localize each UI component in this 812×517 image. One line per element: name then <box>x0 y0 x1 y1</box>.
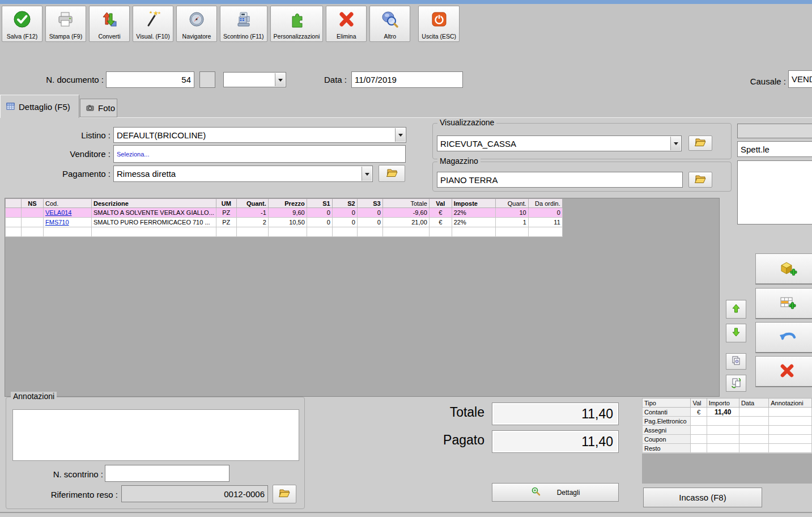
incasso-button[interactable]: Incasso (F8) <box>643 488 762 507</box>
puzzle-piece-icon <box>287 9 306 29</box>
items-col-header-daordin[interactable]: Da ordin. <box>528 199 562 208</box>
payment-cell-importo <box>707 444 739 453</box>
visualizzazione-folder-button[interactable] <box>688 135 712 151</box>
navigatore-button[interactable]: Navigatore <box>176 6 217 42</box>
chevron-down-icon[interactable] <box>670 137 681 150</box>
annotazioni-title: Annotazioni <box>11 392 57 401</box>
dettagli-label: Dettagli <box>557 489 580 497</box>
folder-icon <box>694 137 707 149</box>
customer-code-field[interactable] <box>737 124 812 138</box>
compass-icon <box>187 9 206 29</box>
magazzino-field[interactable]: PIANO TERRA <box>437 172 683 188</box>
visualizzazione-combo[interactable]: RICEVUTA_CASSA <box>437 135 682 151</box>
n-documento-field[interactable]: 54 <box>106 71 194 88</box>
tab-dettaglio[interactable]: Dettaglio (F5) <box>0 95 79 118</box>
payment-row[interactable]: Assegni <box>643 426 812 435</box>
listino-combo[interactable]: DEFAULT(BRICOLINE) <box>113 127 406 143</box>
customer-address-box[interactable] <box>737 160 812 224</box>
chevron-down-icon[interactable] <box>275 73 285 86</box>
items-grid-area[interactable]: NSCod.DescrizioneUMQuant.PrezzoS1S2S3Tot… <box>5 198 720 397</box>
visualizzazione-value: RICEVUTA_CASSA <box>440 139 516 149</box>
item-cell-ns <box>22 218 44 227</box>
items-col-header-ns[interactable]: NS <box>22 199 44 208</box>
items-col-header-um[interactable]: UM <box>216 199 236 208</box>
riferimento-reso-field: 0012-0006 <box>121 485 268 502</box>
items-col-header-s1[interactable]: S1 <box>307 199 332 208</box>
items-col-header-qta[interactable]: Quant. <box>236 199 268 208</box>
listino-label: Listino : <box>45 130 110 140</box>
scontrino-button[interactable]: Scontrino (F11) <box>220 6 267 42</box>
item-cell-descr <box>92 227 216 237</box>
altro-button[interactable]: Altro <box>369 6 410 42</box>
item-code-link[interactable]: FMS710 <box>45 219 69 226</box>
title-bar <box>0 0 812 4</box>
items-col-header-s3[interactable]: S3 <box>357 199 382 208</box>
move-row-down-button[interactable] <box>726 324 746 342</box>
item-row[interactable] <box>6 227 563 237</box>
items-col-header-qta2[interactable]: Quant. <box>495 199 528 208</box>
chevron-down-icon[interactable] <box>395 128 405 142</box>
item-cell-cod <box>44 227 92 237</box>
items-col-header-s2[interactable]: S2 <box>332 199 357 208</box>
search-disk-icon <box>380 9 399 29</box>
copy-rows-button[interactable] <box>726 353 746 370</box>
camera-icon <box>86 103 94 113</box>
items-col-header-cod[interactable]: Cod. <box>44 199 92 208</box>
payment-cell-tipo: Pag.Elettronico <box>643 417 691 426</box>
pagamento-folder-button[interactable] <box>379 165 405 182</box>
elimina-label: Elimina <box>337 33 356 40</box>
converti-button[interactable]: Converti <box>89 6 130 42</box>
elimina-button[interactable]: Elimina <box>326 6 367 42</box>
item-row[interactable]: VELA014SMALTO A SOLVENTE VERLAX GIALLO..… <box>6 208 563 218</box>
chevron-down-icon[interactable] <box>362 167 372 181</box>
altro-label: Altro <box>384 33 397 40</box>
items-table: NSCod.DescrizioneUMQuant.PrezzoS1S2S3Tot… <box>5 198 563 237</box>
items-col-header-totale[interactable]: Totale <box>382 199 429 208</box>
payment-row[interactable]: Pag.Elettronico <box>643 417 812 426</box>
riferimento-reso-folder-button[interactable] <box>273 485 296 503</box>
visual-button[interactable]: ★★★ Visual. (F10) <box>133 6 173 42</box>
move-row-up-button[interactable] <box>726 300 746 319</box>
add-article-button[interactable] <box>755 253 812 285</box>
item-cell-daordin: 0 <box>528 208 562 218</box>
causale-field[interactable]: VEND <box>788 70 812 88</box>
data-field[interactable]: 11/07/2019 <box>351 71 463 88</box>
refresh-rows-button[interactable] <box>726 375 746 392</box>
arrow-down-icon <box>730 327 742 340</box>
venditore-field[interactable]: Seleziona... <box>113 145 406 163</box>
undo-button[interactable] <box>755 322 812 353</box>
uscita-button[interactable]: Uscita (ESC) <box>418 6 460 42</box>
customer-salutation-field[interactable]: Spett.le <box>737 141 812 157</box>
item-cell-qta2: 10 <box>495 208 528 218</box>
doc-tipo-combo[interactable] <box>223 72 286 87</box>
tab-foto[interactable]: Foto <box>80 99 117 117</box>
pagamento-combo[interactable]: Rimessa diretta <box>113 166 373 182</box>
dettagli-button[interactable]: Dettagli <box>492 483 619 502</box>
item-row[interactable]: FMS710SMALTO PURO FERROMICACEO 710 ...PZ… <box>6 218 563 227</box>
add-grid-row-button[interactable] <box>755 288 812 319</box>
payment-row[interactable]: Contanti€11,40 <box>643 408 812 417</box>
payment-row[interactable]: Resto <box>643 444 812 453</box>
incasso-label: Incasso (F8) <box>679 493 726 502</box>
item-code-link[interactable]: VELA014 <box>45 209 71 216</box>
payment-cell-val: € <box>691 408 707 417</box>
salva-button[interactable]: Salva (F12) <box>2 6 42 42</box>
row-selector-cell <box>6 208 22 218</box>
payment-row[interactable]: Coupon <box>643 435 812 444</box>
stampa-button[interactable]: Stampa (F9) <box>45 6 86 42</box>
magic-wand-icon: ★★★ <box>143 9 163 29</box>
venditore-value[interactable]: Seleziona... <box>117 151 149 158</box>
items-col-header-imposte[interactable]: Imposte <box>452 199 495 208</box>
items-col-header-sel[interactable] <box>6 199 22 208</box>
payments-gray-area <box>642 454 812 484</box>
payment-cell-val <box>691 435 707 444</box>
items-col-header-descr[interactable]: Descrizione <box>92 199 216 208</box>
items-col-header-prezzo[interactable]: Prezzo <box>268 199 307 208</box>
items-col-header-val[interactable]: Val <box>429 199 452 208</box>
delete-row-button[interactable] <box>755 356 812 387</box>
payment-cell-note <box>769 444 812 453</box>
n-scontrino-field[interactable] <box>105 465 229 482</box>
magazzino-folder-button[interactable] <box>688 172 712 188</box>
annotazioni-textarea[interactable] <box>12 409 299 461</box>
personalizzazioni-button[interactable]: Personalizzazioni <box>270 6 324 42</box>
